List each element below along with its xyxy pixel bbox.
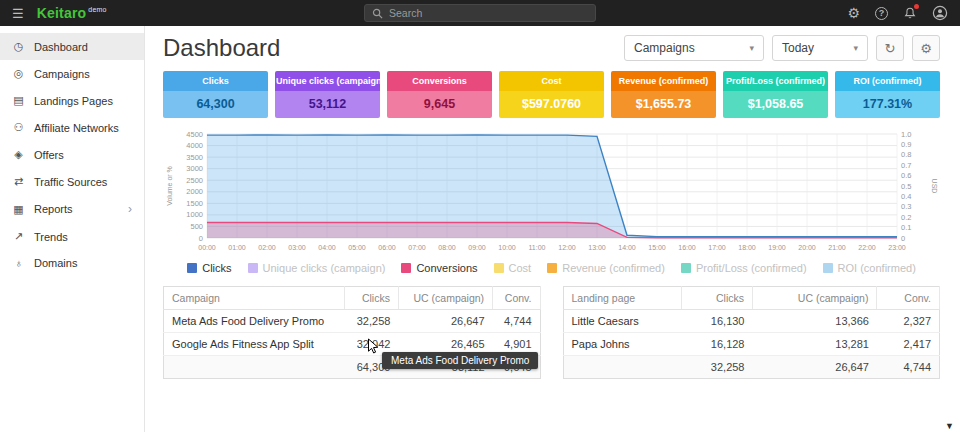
sidebar-item-dashboard[interactable]: ◷Dashboard: [0, 33, 144, 60]
sidebar-item-affiliate-networks[interactable]: ⚇Affiliate Networks: [0, 114, 144, 141]
metric-card-clicks[interactable]: Clicks64,300: [163, 71, 268, 118]
period-filter-label: Today: [782, 41, 814, 55]
scroll-down-icon[interactable]: ▼: [945, 421, 954, 431]
legend-item-clicks[interactable]: Clicks: [187, 262, 231, 274]
legend-item-profit-loss-confirmed[interactable]: Profit/Loss (confirmed): [681, 262, 807, 274]
metric-card-conversions[interactable]: Conversions9,645: [387, 71, 492, 118]
x-tick: 19:00: [768, 244, 786, 251]
sidebar-item-label: Traffic Sources: [34, 176, 107, 188]
help-icon[interactable]: ?: [875, 7, 888, 20]
x-tick: 05:00: [348, 244, 366, 251]
x-tick: 01:00: [228, 244, 246, 251]
legend-label: Revenue (confirmed): [562, 262, 665, 274]
sidebar-item-reports[interactable]: ▦Reports›: [0, 195, 144, 223]
row-hover-tooltip: Meta Ads Food Delivery Promo: [382, 352, 538, 369]
search-input[interactable]: [389, 7, 588, 19]
refresh-button[interactable]: ↻: [876, 35, 904, 61]
metric-card-title: Revenue (confirmed): [611, 71, 716, 91]
x-tick: 11:00: [529, 244, 546, 251]
search-icon: [372, 8, 383, 19]
cell-value: 13,281: [753, 333, 877, 356]
column-header-landing-page[interactable]: Landing page: [563, 287, 682, 310]
legend-item-conversions[interactable]: Conversions: [401, 262, 477, 274]
topbar-actions: ⚙ ?: [847, 5, 948, 21]
total-value: 32,258: [682, 356, 753, 379]
page-title: Dashboard: [163, 34, 280, 62]
legend-swatch: [547, 263, 557, 273]
column-header-campaign[interactable]: Campaign: [164, 287, 345, 310]
metric-card-profit-loss-confirmed[interactable]: Profit/Loss (confirmed)$1,058.65: [723, 71, 828, 118]
trends-icon: ↗: [12, 230, 25, 243]
settings-gear-icon[interactable]: ⚙: [847, 6, 860, 20]
column-header-uc-campaign[interactable]: UC (campaign): [398, 287, 492, 310]
dashboard-gauge-icon: ◷: [12, 40, 25, 53]
legend-item-revenue-confirmed[interactable]: Revenue (confirmed): [547, 262, 665, 274]
column-header-clicks[interactable]: Clicks: [345, 287, 398, 310]
x-tick: 09:00: [468, 244, 486, 251]
legend-item-roi-confirmed[interactable]: ROI (confirmed): [823, 262, 916, 274]
sidebar-item-traffic-sources[interactable]: ⇄Traffic Sources: [0, 168, 144, 195]
x-tick: 10:00: [498, 244, 516, 251]
sidebar-item-landings-pages[interactable]: ▤Landings Pages: [0, 87, 144, 114]
metric-card-value: $1,655.73: [611, 91, 716, 118]
user-avatar-icon[interactable]: [932, 5, 948, 21]
x-tick: 17:00: [708, 244, 726, 251]
dashboard-settings-button[interactable]: ⚙: [912, 35, 940, 61]
x-tick: 12:00: [558, 244, 576, 251]
row-name-link[interactable]: Little Caesars: [563, 310, 682, 333]
total-value: [164, 356, 345, 379]
x-tick: 13:00: [588, 244, 606, 251]
metric-card-value: $597.0760: [499, 91, 604, 118]
legend-label: Clicks: [202, 262, 231, 274]
logo[interactable]: Keitarodemo: [37, 5, 107, 21]
y-left-tick: 1000: [186, 210, 203, 219]
sidebar-item-label: Offers: [34, 149, 64, 161]
metric-card-unique-clicks-campaign[interactable]: Unique clicks (campaign)53,112: [275, 71, 380, 118]
row-name-link[interactable]: Papa Johns: [563, 333, 682, 356]
traffic-chart[interactable]: 05001000150020002500300035004000450000.1…: [163, 128, 940, 258]
metric-card-value: 53,112: [275, 91, 380, 118]
sidebar-item-label: Reports: [34, 203, 73, 215]
metric-card-revenue-confirmed[interactable]: Revenue (confirmed)$1,655.73: [611, 71, 716, 118]
cell-value: 13,366: [753, 310, 877, 333]
chart-legend: ClicksUnique clicks (campaign)Conversion…: [163, 262, 940, 274]
x-tick: 03:00: [288, 244, 306, 251]
legend-item-unique-clicks-campaign[interactable]: Unique clicks (campaign): [248, 262, 386, 274]
chevron-down-icon: ▾: [749, 43, 754, 53]
sidebar-item-trends[interactable]: ↗Trends: [0, 223, 144, 250]
y-right-tick: 0.8: [901, 150, 911, 159]
search-box[interactable]: [364, 4, 596, 22]
row-name-link[interactable]: Google Ads Fitness App Split: [164, 333, 345, 356]
row-name-link[interactable]: Meta Ads Food Delivery Promo: [164, 310, 345, 333]
metric-card-cost[interactable]: Cost$597.0760: [499, 71, 604, 118]
column-header-conv[interactable]: Conv.: [877, 287, 940, 310]
column-header-conv[interactable]: Conv.: [493, 287, 540, 310]
y-left-axis-title: Volume or %: [166, 166, 173, 206]
campaigns-filter-select[interactable]: Campaigns ▾: [624, 35, 764, 61]
sidebar-item-campaigns[interactable]: ◎Campaigns: [0, 60, 144, 87]
sidebar-item-label: Landings Pages: [34, 95, 113, 107]
logo-demo-badge: demo: [88, 6, 106, 13]
cell-value: 16,130: [682, 310, 753, 333]
y-right-tick: 0: [901, 234, 905, 243]
sidebar-item-offers[interactable]: ◈Offers: [0, 141, 144, 168]
column-header-uc-campaign[interactable]: UC (campaign): [753, 287, 877, 310]
metric-card-roi-confirmed[interactable]: ROI (confirmed)177.31%: [835, 71, 940, 118]
legend-item-cost[interactable]: Cost: [494, 262, 532, 274]
y-left-tick: 3500: [186, 153, 203, 162]
menu-hamburger-icon[interactable]: ☰: [12, 7, 24, 20]
legend-swatch: [187, 263, 197, 273]
x-tick: 02:00: [258, 244, 276, 251]
legend-label: Cost: [509, 262, 532, 274]
legend-swatch: [248, 263, 258, 273]
x-tick: 14:00: [618, 244, 636, 251]
landing-pages-table-grid: Landing pageClicksUC (campaign)Conv.Litt…: [563, 286, 941, 379]
period-filter-select[interactable]: Today ▾: [772, 35, 868, 61]
x-tick: 15:00: [648, 244, 666, 251]
notifications-bell-icon[interactable]: [903, 6, 917, 20]
cell-value: 26,647: [398, 310, 492, 333]
chevron-right-icon: ›: [128, 202, 132, 216]
column-header-clicks[interactable]: Clicks: [682, 287, 753, 310]
landing-pages-icon: ▤: [12, 94, 25, 107]
sidebar-item-domains[interactable]: ♁Domains: [0, 250, 144, 276]
